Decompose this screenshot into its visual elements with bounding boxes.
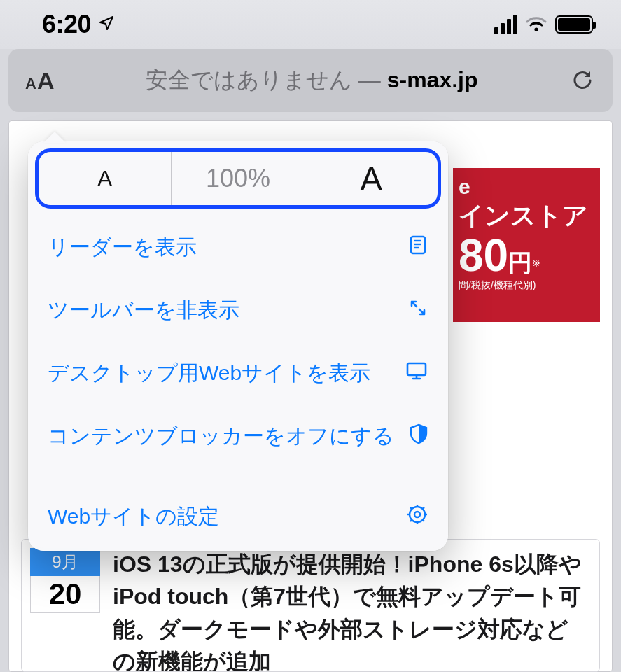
date-day: 20 (30, 576, 100, 613)
svg-line-16 (423, 507, 424, 509)
menu-request-desktop[interactable]: デスクトップ用Webサイトを表示 (28, 342, 448, 405)
status-left: 6:20 (42, 10, 115, 39)
svg-line-14 (410, 507, 412, 509)
wifi-icon (526, 16, 547, 33)
menu-label: Webサイトの設定 (48, 503, 219, 531)
gear-outline-icon (406, 503, 428, 531)
aa-popover-menu: A 100% A リーダーを表示 ツールバーを非表示 デスクトップ用Webサイト… (28, 141, 448, 551)
text-size-aa-icon[interactable]: AA (25, 67, 54, 94)
menu-hide-toolbar[interactable]: ツールバーを非表示 (28, 279, 448, 342)
ad-line1: インストア (459, 199, 594, 233)
menu-label: リーダーを表示 (48, 233, 197, 262)
desktop-icon (405, 360, 428, 386)
reader-icon (407, 234, 428, 260)
ad-note: 間/税抜/機種代別) (459, 279, 594, 292)
article-card[interactable]: 9月 20 iOS 13の正式版が提供開始！iPhone 6s以降やiPod t… (21, 539, 600, 672)
svg-rect-5 (407, 363, 426, 375)
zoom-percent-button[interactable]: 100% (171, 152, 305, 205)
menu-show-reader[interactable]: リーダーを表示 (28, 216, 448, 279)
ad-asterisk: ※ (532, 258, 540, 269)
date-month: 9月 (30, 548, 100, 576)
insecure-label: 安全ではありません (146, 67, 352, 92)
shield-half-icon (409, 423, 428, 450)
url-bar[interactable]: AA 安全ではありません — s-max.jp (8, 49, 613, 112)
svg-point-0 (534, 27, 538, 31)
reload-icon[interactable] (569, 67, 596, 94)
ad-price: 80 (459, 230, 508, 281)
svg-point-9 (414, 512, 420, 517)
cellular-signal-icon (494, 15, 517, 34)
expand-arrows-icon (407, 298, 428, 323)
date-badge: 9月 20 (30, 548, 100, 663)
url-domain: s-max.jp (387, 67, 478, 92)
menu-list: リーダーを表示 ツールバーを非表示 デスクトップ用Webサイトを表示 コンテンツ… (28, 216, 448, 551)
status-bar: 6:20 (0, 0, 621, 49)
clock-time: 6:20 (42, 10, 91, 39)
ad-partial-e: e (459, 175, 471, 198)
menu-label: コンテンツブロッカーをオフにする (48, 422, 394, 451)
zoom-control: A 100% A (35, 148, 441, 209)
url-dash: — (352, 67, 387, 92)
svg-line-17 (410, 520, 412, 522)
zoom-increase-button[interactable]: A (305, 152, 438, 205)
battery-full-icon (555, 15, 593, 34)
svg-point-8 (410, 507, 425, 522)
status-right (494, 15, 593, 34)
url-display[interactable]: 安全ではありません — s-max.jp (67, 65, 557, 96)
menu-website-settings[interactable]: Webサイトの設定 (28, 486, 448, 548)
menu-label: ツールバーを非表示 (48, 296, 239, 325)
article-title: iOS 13の正式版が提供開始！iPhone 6s以降やiPod touch（第… (113, 548, 591, 663)
zoom-decrease-button[interactable]: A (39, 152, 171, 205)
svg-line-15 (423, 520, 424, 522)
menu-label: デスクトップ用Webサイトを表示 (48, 359, 370, 388)
ad-yen: 円 (508, 249, 532, 276)
ad-banner[interactable]: e インストア 80円※ 間/税抜/機種代別) (453, 168, 600, 322)
location-arrow-icon (98, 15, 115, 34)
menu-disable-content-blockers[interactable]: コンテンツブロッカーをオフにする (28, 405, 448, 468)
